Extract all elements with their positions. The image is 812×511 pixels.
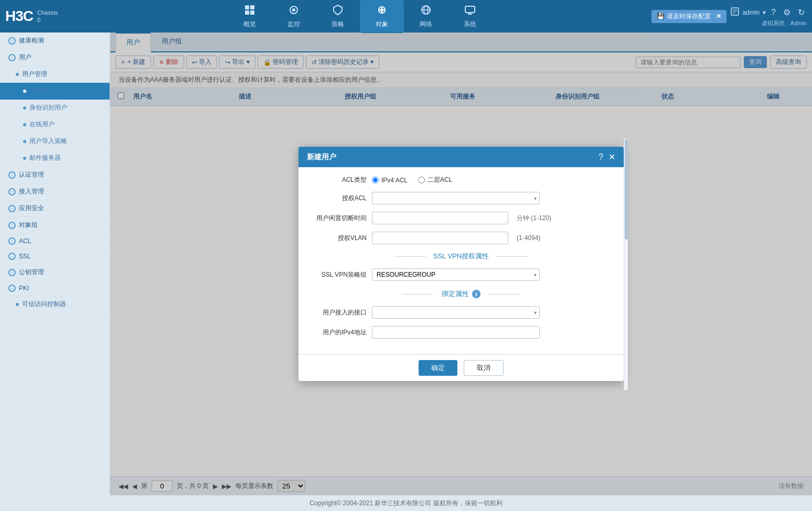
nav-item-overview[interactable]: 概览	[228, 0, 272, 33]
object-icon	[376, 4, 388, 18]
local-user-dot	[23, 90, 26, 93]
idle-timeout-row: 用户闲置切断时间 分钟 (1-120)	[309, 212, 613, 224]
bind-section: 绑定属性 ℹ	[309, 289, 613, 299]
sidebar-item-identity-user[interactable]: 身份识别用户	[0, 100, 110, 116]
settings-icon[interactable]: ⚙	[781, 5, 793, 19]
sidebar-item-auth-mgmt[interactable]: ○ 认证管理	[0, 167, 110, 183]
bind-section-title: 绑定属性 ℹ	[309, 289, 613, 299]
ssl-vpn-policy-select[interactable]: RESOURCEGROUP	[372, 268, 540, 281]
bind-ipv4-label: 用户的IPv4地址	[309, 328, 367, 337]
auth-mgmt-icon: ○	[8, 171, 16, 179]
sidebar-item-user-mgmt[interactable]: 用户管理	[0, 66, 110, 83]
svg-rect-3	[250, 10, 254, 15]
identity-user-dot	[23, 106, 26, 110]
help-icon[interactable]: ?	[769, 6, 778, 19]
idle-timeout-input[interactable]	[372, 212, 508, 224]
nav-item-object[interactable]: 对象	[360, 0, 404, 33]
auth-acl-label: 授权ACL	[309, 194, 367, 203]
modal-header: 新建用户 ? ✕	[298, 147, 624, 167]
ipv4-acl-radio[interactable]	[372, 177, 379, 183]
bind-interface-row: 用户接入的接口 ▾	[309, 306, 613, 319]
sidebar-item-access-mgmt[interactable]: ○ 接入管理	[0, 183, 110, 200]
svg-rect-13	[465, 6, 475, 13]
refresh-icon[interactable]: ↻	[796, 5, 807, 19]
access-mgmt-icon: ○	[8, 188, 16, 195]
sidebar-item-local-user[interactable]: 本地用户	[0, 83, 110, 100]
sidebar-item-access-ctrl[interactable]: 可信访问控制器	[0, 296, 110, 313]
svg-point-5	[292, 8, 295, 12]
modal-scrollbar-thumb	[625, 139, 628, 240]
sidebar-item-acl[interactable]: ○ ACL	[0, 234, 110, 249]
modal-body: ACL类型 IPv4 ACL 二层ACL 授权ACL ▾	[298, 167, 624, 354]
svg-rect-2	[245, 10, 249, 15]
bind-interface-select[interactable]	[372, 306, 540, 319]
logo-area: H3C Chassis 0	[5, 8, 58, 25]
svg-rect-0	[245, 5, 249, 9]
sidebar-item-pki-mgmt[interactable]: ○ 公钥管理	[0, 264, 110, 281]
save-icon: 💾	[657, 13, 665, 20]
sidebar-item-object-group[interactable]: ○ 对象组	[0, 217, 110, 234]
nav-icons: 概览 监控 策略 对象 网络	[68, 0, 651, 33]
auth-vlan-row: 授权VLAN (1-4094)	[309, 232, 613, 244]
layer2-acl-radio[interactable]	[418, 177, 425, 183]
footer: Copyright© 2004-2021 新华三技术有限公司 版权所有，保留一切…	[0, 495, 812, 511]
ssl-icon: ○	[8, 253, 16, 260]
user-expand-icon: ○	[8, 54, 16, 61]
ssl-vpn-policy-row: SSL VPN策略组 RESOURCEGROUP ▾	[309, 268, 613, 281]
admin-dropdown-icon[interactable]: ▾	[763, 9, 766, 16]
modal-help-icon[interactable]: ?	[599, 153, 603, 162]
acl-icon: ○	[8, 237, 16, 245]
top-nav: H3C Chassis 0 概览 监控 策略	[0, 0, 812, 32]
nav-item-monitor[interactable]: 监控	[272, 0, 316, 33]
user-mgmt-dot	[16, 73, 19, 76]
sidebar-item-health[interactable]: ○ 健康检测	[0, 32, 110, 49]
sidebar-item-pki[interactable]: ○ PKI	[0, 281, 110, 296]
sidebar-item-user-import[interactable]: 用户导入策略	[0, 133, 110, 150]
user-import-dot	[23, 140, 26, 143]
acl-type-row: ACL类型 IPv4 ACL 二层ACL	[309, 176, 613, 184]
nav-item-policy[interactable]: 策略	[316, 0, 360, 33]
modal-close-icon[interactable]: ✕	[608, 152, 615, 162]
bind-ipv4-input[interactable]	[372, 326, 540, 339]
bind-interface-label: 用户接入的接口	[309, 308, 367, 317]
acl-type-radio-group: IPv4 ACL 二层ACL	[372, 176, 452, 184]
auth-vlan-label: 授权VLAN	[309, 234, 367, 243]
bind-info-icon[interactable]: ℹ	[472, 290, 480, 298]
modal-header-icons: ? ✕	[599, 152, 615, 162]
confirm-button[interactable]: 确定	[419, 360, 457, 376]
timeout-hint: 分钟 (1-120)	[517, 214, 551, 223]
sidebar-item-ssl[interactable]: ○ SSL	[0, 249, 110, 264]
logo-h3c: H3C	[5, 8, 33, 25]
svg-rect-1	[250, 5, 254, 9]
admin-icon	[731, 7, 739, 17]
idle-timeout-label: 用户闲置切断时间	[309, 214, 367, 223]
sidebar-item-user[interactable]: ○ 用户	[0, 49, 110, 66]
cancel-button[interactable]: 取消	[464, 360, 504, 376]
online-user-dot	[23, 123, 26, 126]
auth-acl-row: 授权ACL ▾	[309, 192, 613, 204]
nav-item-system[interactable]: 系统	[448, 0, 492, 33]
network-icon	[420, 4, 432, 18]
layer2-acl-radio-label[interactable]: 二层ACL	[418, 176, 452, 184]
sidebar-item-online-user[interactable]: 在线用户	[0, 116, 110, 133]
sidebar-item-mail-server[interactable]: 邮件服务器	[0, 150, 110, 167]
ssl-vpn-policy-label: SSL VPN策略组	[309, 270, 367, 279]
health-icon: ○	[8, 37, 16, 45]
auth-acl-select-wrap: ▾	[372, 192, 540, 204]
ipv4-acl-radio-label[interactable]: IPv4 ACL	[372, 177, 408, 184]
sidebar-item-app-security[interactable]: ○ 应用安全	[0, 200, 110, 217]
chassis-label: Chassis 0	[37, 9, 58, 24]
modal-scrollbar[interactable]	[624, 138, 628, 390]
ssl-vpn-section-title: SSL VPN授权属性	[309, 252, 613, 261]
object-group-icon: ○	[8, 222, 16, 229]
pki-icon: ○	[8, 285, 16, 292]
modal-footer: 确定 取消	[298, 354, 624, 381]
save-close-icon[interactable]: ✕	[716, 13, 721, 20]
auth-acl-select[interactable]	[372, 192, 540, 204]
save-config-button[interactable]: 💾 请及时保存配置 ✕	[651, 10, 726, 23]
ssl-vpn-policy-select-wrap: RESOURCEGROUP ▾	[372, 268, 540, 281]
access-ctrl-dot	[16, 303, 19, 306]
acl-type-label: ACL类型	[309, 176, 367, 184]
nav-item-network[interactable]: 网络	[404, 0, 448, 33]
auth-vlan-input[interactable]	[372, 232, 508, 244]
